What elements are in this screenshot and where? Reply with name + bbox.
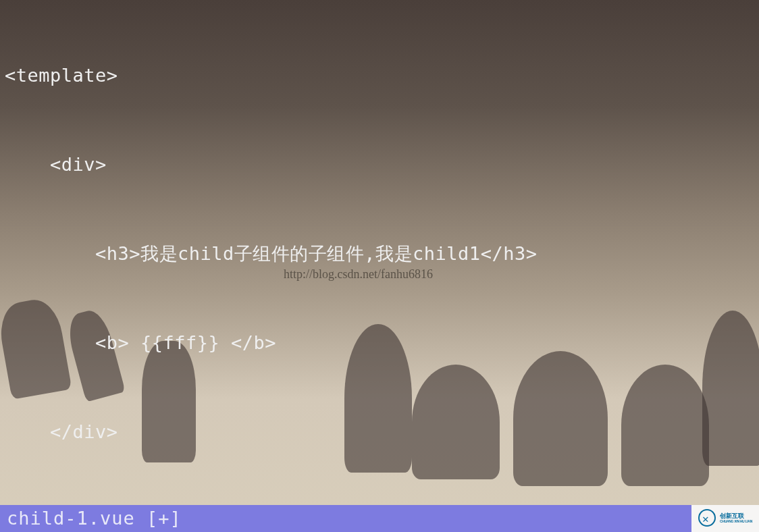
filename-label: child-1.vue [+] [7, 508, 182, 529]
watermark-text: http://blog.csdn.net/fanhu6816 [284, 267, 433, 282]
code-line: <template> [5, 61, 759, 90]
logo-badge: ✕ 创新互联 CHUANG XIN HU LIAN [691, 505, 759, 532]
status-bar: child-1.vue [+] [0, 505, 691, 532]
code-line: <h3>我是child子组件的子组件,我是child1</h3> [5, 239, 759, 269]
code-line: </div> [5, 417, 759, 447]
logo-text: 创新互联 CHUANG XIN HU LIAN [720, 513, 752, 523]
code-line: <b> {{fff}} </b> [5, 328, 759, 358]
code-editor[interactable]: <template> <div> <h3>我是child子组件的子组件,我是ch… [5, 1, 759, 532]
code-line: <div> [5, 150, 759, 180]
logo-icon: ✕ [698, 509, 717, 528]
